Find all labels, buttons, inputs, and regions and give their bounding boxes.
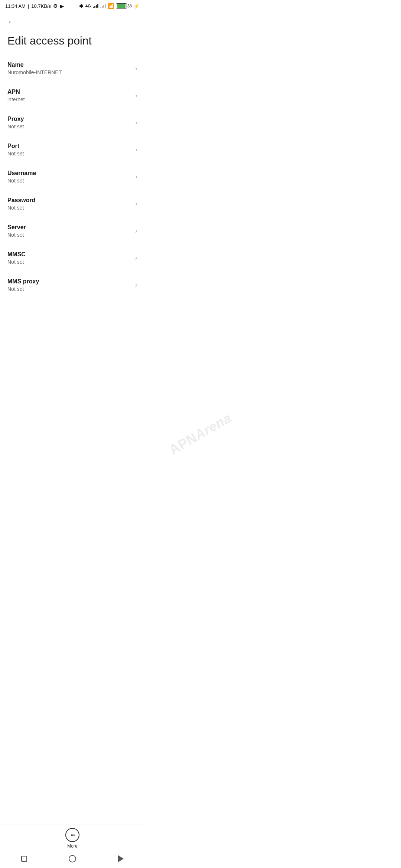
chevron-right-icon: ›: [135, 200, 137, 208]
settings-item-content: APN internet: [7, 89, 131, 102]
settings-item-label: Name: [7, 62, 131, 68]
settings-item-content: MMSC Not set: [7, 251, 131, 265]
settings-item-value: internet: [7, 96, 131, 102]
chevron-right-icon: ›: [135, 281, 137, 289]
settings-item-value: Not set: [7, 205, 131, 211]
signal-icon: [93, 3, 98, 9]
bluetooth-icon: ✱: [79, 3, 84, 9]
settings-item-label: MMSC: [7, 251, 131, 258]
settings-item[interactable]: MMSC Not set ›: [0, 244, 145, 272]
back-button[interactable]: ←: [6, 16, 17, 28]
settings-list: Name Nuromobile-INTERNET › APN internet …: [0, 55, 145, 299]
chevron-right-icon: ›: [135, 146, 137, 154]
settings-item-label: APN: [7, 89, 131, 95]
settings-item-content: Port Not set: [7, 143, 131, 157]
settings-item-content: MMS proxy Not set: [7, 278, 131, 292]
gear-icon: ⚙: [53, 3, 58, 9]
settings-item[interactable]: Server Not set ›: [0, 217, 145, 244]
chevron-right-icon: ›: [135, 119, 137, 126]
camera-icon: ▶: [60, 3, 64, 9]
page-title: Edit access point: [0, 30, 145, 55]
chevron-right-icon: ›: [135, 227, 137, 235]
chevron-right-icon: ›: [135, 173, 137, 181]
settings-item[interactable]: Name Nuromobile-INTERNET ›: [0, 55, 145, 82]
settings-item-value: Not set: [7, 178, 131, 184]
status-left: 11:34 AM | 10.7KB/s ⚙ ▶: [5, 3, 64, 9]
settings-item-content: Proxy Not set: [7, 116, 131, 129]
settings-item[interactable]: Username Not set ›: [0, 163, 145, 190]
settings-item-value: Nuromobile-INTERNET: [7, 69, 131, 75]
status-bar: 11:34 AM | 10.7KB/s ⚙ ▶ ✱ 4G 📶 38 ⚡: [0, 0, 145, 11]
settings-item-label: Proxy: [7, 116, 131, 122]
chevron-right-icon: ›: [135, 65, 137, 72]
settings-item[interactable]: Password Not set ›: [0, 190, 145, 217]
data-speed: 10.7KB/s: [31, 3, 51, 9]
settings-item-content: Username Not set: [7, 170, 131, 184]
network-4g-icon: 4G: [85, 4, 91, 8]
settings-item-value: Not set: [7, 286, 131, 292]
back-area: ←: [0, 11, 145, 30]
speed-display: |: [28, 3, 29, 9]
charging-icon: ⚡: [134, 3, 140, 9]
settings-item-label: Server: [7, 224, 131, 231]
settings-item-value: Not set: [7, 232, 131, 238]
chevron-right-icon: ›: [135, 254, 137, 262]
settings-item[interactable]: Port Not set ›: [0, 136, 145, 163]
settings-item-value: Not set: [7, 151, 131, 157]
wifi-icon: 📶: [108, 3, 114, 9]
battery-indicator: 38: [116, 3, 132, 9]
settings-item[interactable]: APN internet ›: [0, 82, 145, 109]
status-right: ✱ 4G 📶 38 ⚡: [79, 3, 140, 9]
signal-2-icon: [100, 3, 106, 9]
settings-item-content: Name Nuromobile-INTERNET: [7, 62, 131, 75]
settings-item[interactable]: Proxy Not set ›: [0, 109, 145, 136]
settings-item-label: Password: [7, 197, 131, 204]
settings-item[interactable]: MMS proxy Not set ›: [0, 272, 145, 299]
settings-item-content: Server Not set: [7, 224, 131, 238]
settings-item-content: Password Not set: [7, 197, 131, 211]
chevron-right-icon: ›: [135, 92, 137, 99]
settings-item-value: Not set: [7, 124, 131, 129]
settings-item-value: Not set: [7, 259, 131, 265]
settings-item-label: MMS proxy: [7, 278, 131, 285]
back-arrow-icon: ←: [7, 17, 16, 27]
time-display: 11:34 AM: [5, 3, 26, 9]
settings-item-label: Port: [7, 143, 131, 149]
settings-item-label: Username: [7, 170, 131, 177]
